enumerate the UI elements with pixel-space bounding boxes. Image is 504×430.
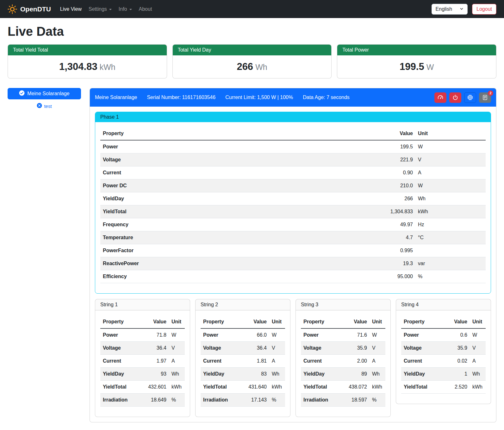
row-unit: kWh — [269, 381, 285, 394]
table-row: Current 1.81 A — [201, 355, 285, 368]
row-unit: Hz — [415, 218, 486, 231]
row-value: 89 — [345, 368, 370, 381]
row-unit — [415, 244, 486, 257]
column-unit: Unit — [169, 315, 185, 328]
row-value: 36.4 — [145, 342, 169, 355]
summary-card-total-yield-total: Total Yield Total 1,304.83kWh — [8, 44, 167, 78]
row-unit: Wh — [415, 192, 486, 205]
nav-item-info[interactable]: Info — [115, 4, 135, 15]
string-title: String 1 — [95, 299, 190, 310]
row-property: Power — [301, 328, 345, 342]
row-value: 199.5 — [377, 140, 415, 153]
table-header-row: Property Value Unit — [201, 315, 285, 328]
row-unit: W — [169, 328, 185, 342]
inverter-serial: Serial Number: 116171603546 — [147, 95, 215, 100]
navbar-right: English Logout — [432, 4, 496, 15]
row-property: Power DC — [100, 179, 377, 192]
table-row: Frequency 49.97 Hz — [100, 218, 486, 231]
row-unit: % — [269, 394, 285, 407]
row-unit: % — [370, 394, 385, 407]
table-row: Power 71.8 W — [100, 328, 185, 342]
row-unit: Wh — [470, 368, 486, 381]
logout-button[interactable]: Logout — [472, 4, 496, 15]
table-row: Current 1.97 A — [100, 355, 185, 368]
row-value: 431.640 — [245, 381, 269, 394]
row-property: ReactivePower — [100, 257, 377, 270]
row-value: 210.0 — [377, 179, 415, 192]
row-property: Irradiation — [301, 394, 345, 407]
summary-card-unit: Wh — [255, 63, 267, 72]
row-unit: % — [169, 394, 185, 407]
page-title: Live Data — [8, 24, 496, 39]
row-unit: % — [415, 270, 486, 283]
row-value: 0.995 — [377, 244, 415, 257]
brand[interactable]: OpenDTU — [8, 4, 51, 14]
summary-card-unit: kWh — [100, 63, 115, 72]
string-body: Property Value Unit Power — [196, 310, 290, 417]
table-row: YieldDay 89 Wh — [301, 368, 385, 381]
row-unit: V — [415, 153, 486, 166]
inverter-info-button[interactable] — [464, 92, 476, 103]
column-property: Property — [401, 315, 446, 328]
row-unit: W — [415, 140, 486, 153]
row-value: 18.597 — [345, 394, 370, 407]
inverter-button-label: test — [44, 103, 52, 109]
row-property: YieldTotal — [100, 381, 145, 394]
row-unit: V — [169, 342, 185, 355]
table-header-row: Property Value Unit — [301, 315, 385, 328]
row-value: 1.81 — [245, 355, 269, 368]
row-unit: V — [370, 342, 385, 355]
row-value: 2.520 — [446, 381, 470, 394]
row-property: YieldDay — [100, 368, 145, 381]
row-value: 2.00 — [345, 355, 370, 368]
row-property: Current — [401, 355, 446, 368]
column-property: Property — [201, 315, 245, 328]
inverter-actions: 2 — [434, 92, 491, 103]
inverter-panel: Meine Solaranlage Serial Number: 1161716… — [90, 88, 496, 422]
table-row: Irradiation 18.649 % — [100, 394, 185, 407]
row-property: Voltage — [100, 342, 145, 355]
row-property: YieldDay — [301, 368, 345, 381]
row-value: 4.7 — [377, 231, 415, 244]
string-table: Property Value Unit Power — [401, 315, 486, 394]
nav-item-about[interactable]: About — [135, 4, 156, 15]
power-icon — [452, 95, 458, 100]
row-unit: W — [415, 179, 486, 192]
row-unit: W — [470, 328, 486, 342]
event-log-button[interactable]: 2 — [479, 92, 491, 103]
column-unit: Unit — [415, 127, 486, 140]
column-unit: Unit — [370, 315, 385, 328]
row-property: Efficiency — [100, 270, 377, 283]
show-limit-button[interactable] — [434, 92, 446, 103]
row-value: 432.601 — [145, 381, 169, 394]
row-unit: A — [269, 355, 285, 368]
row-property: Frequency — [100, 218, 377, 231]
row-property: Voltage — [100, 153, 377, 166]
table-row: ReactivePower 19.3 var — [100, 257, 486, 270]
inverter-data-age: Data Age: 7 seconds — [303, 95, 350, 100]
string-table: Property Value Unit Power — [100, 315, 185, 407]
chevron-down-icon — [129, 9, 132, 10]
summary-card-body: 199.5W — [337, 55, 496, 78]
nav-item-live-view[interactable]: Live View — [57, 4, 85, 15]
top-navbar: OpenDTU Live View Settings Info About En… — [0, 0, 504, 18]
row-value: 71.8 — [145, 328, 169, 342]
summary-card-total-power: Total Power 199.5W — [337, 44, 496, 78]
column-value: Value — [245, 315, 269, 328]
table-row: Power DC 210.0 W — [100, 179, 486, 192]
inverter-button-test[interactable]: test — [37, 103, 52, 109]
string-card-3: String 3 Property Value Unit — [296, 299, 391, 417]
inverter-button-selected[interactable]: Meine Solaranlage — [8, 88, 81, 99]
power-toggle-button[interactable] — [449, 92, 461, 103]
string-card-1: String 1 Property Value Unit — [95, 299, 190, 417]
row-unit: Wh — [269, 368, 285, 381]
table-row: Current 0.90 A — [100, 166, 486, 179]
nav-item-settings[interactable]: Settings — [85, 4, 115, 15]
language-select[interactable]: English — [432, 4, 468, 15]
column-unit: Unit — [269, 315, 285, 328]
table-row: Current 2.00 A — [301, 355, 385, 368]
row-unit: kWh — [470, 381, 486, 394]
table-row: Voltage 35.9 V — [401, 342, 486, 355]
phase-card: Phase 1 Property Value Unit — [95, 112, 491, 294]
summary-card-value: 1,304.83 — [59, 61, 97, 72]
